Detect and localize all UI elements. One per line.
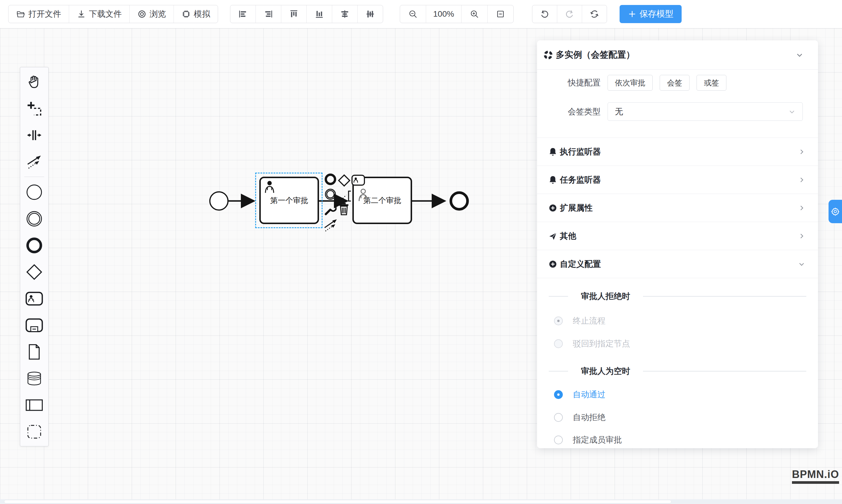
group-icon — [27, 424, 42, 440]
quick-config-sequential-button[interactable]: 依次审批 — [608, 75, 653, 91]
chevron-right-icon — [798, 148, 805, 155]
panel-title: 多实例（会签配置） — [556, 49, 793, 61]
top-toolbar: 打开文件 下载文件 浏览 模拟 — [0, 0, 842, 29]
global-connect-tool[interactable] — [20, 148, 48, 175]
radio-auto-pass[interactable]: 自动通过 — [554, 389, 606, 400]
section-other[interactable]: 其他 — [537, 222, 818, 250]
gateway-icon — [26, 264, 43, 281]
create-group[interactable] — [20, 418, 48, 445]
radio-icon — [554, 339, 563, 348]
align-center-horizontal-button[interactable] — [332, 5, 358, 23]
radio-icon — [554, 435, 563, 444]
wrench-icon[interactable] — [324, 203, 337, 216]
start-event-node[interactable] — [209, 191, 229, 211]
create-participant[interactable] — [20, 392, 48, 418]
refresh-button[interactable] — [582, 5, 607, 23]
chevron-down-icon — [798, 260, 805, 268]
panel-header[interactable]: 多实例（会签配置） — [537, 40, 818, 70]
distribute-vertical-icon — [365, 9, 375, 19]
section-task-listener[interactable]: 任务监听器 — [537, 166, 818, 194]
simulate-button[interactable]: 模拟 — [174, 5, 218, 23]
bell-icon — [549, 176, 557, 184]
align-right-icon — [263, 9, 273, 19]
create-data-object[interactable] — [20, 339, 48, 365]
create-intermediate-event[interactable] — [20, 205, 48, 232]
folder-open-icon — [16, 10, 25, 19]
distribute-vertical-button[interactable] — [358, 5, 383, 23]
save-model-button[interactable]: 保存模型 — [619, 5, 682, 23]
settings-tab[interactable] — [828, 200, 842, 223]
plus-circle-icon — [549, 204, 557, 212]
hand-tool[interactable] — [20, 69, 48, 95]
zoom-in-button[interactable] — [461, 5, 488, 23]
sign-type-select[interactable]: 无 — [608, 102, 803, 121]
space-tool[interactable] — [20, 122, 48, 148]
lasso-tool[interactable] — [20, 95, 48, 122]
radio-return-to-node[interactable]: 驳回到指定节点 — [554, 338, 630, 349]
chevron-right-icon — [798, 233, 805, 239]
append-text-annotation-icon[interactable] — [337, 189, 352, 204]
user-task-icon — [25, 291, 43, 306]
hand-icon — [27, 74, 42, 90]
trash-icon[interactable] — [338, 202, 350, 217]
section-custom-config[interactable]: 自定义配置 — [537, 250, 818, 278]
undo-button[interactable] — [532, 5, 557, 23]
chevron-right-icon — [798, 176, 805, 183]
align-right-button[interactable] — [256, 5, 281, 23]
lasso-icon — [27, 101, 42, 116]
create-user-task[interactable] — [20, 285, 48, 312]
element-palette — [20, 67, 49, 446]
zoom-in-icon — [470, 10, 479, 19]
create-end-event[interactable] — [20, 232, 48, 258]
download-icon — [77, 10, 86, 19]
scrollbar-thumb[interactable] — [4, 500, 671, 503]
plus-circle-icon — [549, 260, 557, 268]
radio-terminate-process[interactable]: 终止流程 — [554, 315, 606, 326]
create-subprocess[interactable] — [20, 312, 48, 339]
append-intermediate-event-icon[interactable] — [324, 188, 337, 201]
section-extended-properties[interactable]: 扩展属性 — [537, 194, 818, 222]
user-icon — [357, 188, 369, 203]
quick-config-orsign-button[interactable]: 或签 — [697, 75, 726, 91]
align-bottom-button[interactable] — [307, 5, 332, 23]
horizontal-scrollbar[interactable] — [0, 499, 842, 504]
properties-panel: 多实例（会签配置） 快捷配置 依次审批 会签 或签 会签类型 无 — [537, 40, 818, 448]
space-tool-icon — [27, 127, 42, 143]
connect-arrows-icon — [26, 154, 42, 170]
align-top-button[interactable] — [281, 5, 307, 23]
quick-config-countersign-button[interactable]: 会签 — [660, 75, 689, 91]
fit-viewport-button[interactable] — [488, 5, 513, 23]
align-left-button[interactable] — [230, 5, 256, 23]
chevron-down-icon — [788, 108, 795, 115]
radio-icon — [554, 390, 563, 399]
refresh-icon — [590, 10, 599, 19]
end-event-node[interactable] — [450, 191, 469, 211]
radio-assign-member[interactable]: 指定成员审批 — [554, 434, 622, 446]
chevron-down-icon[interactable] — [796, 51, 803, 59]
preview-button[interactable]: 浏览 — [130, 5, 174, 23]
sign-type-row: 会签类型 无 — [549, 102, 803, 121]
redo-icon — [565, 10, 574, 19]
align-bottom-icon — [314, 9, 324, 19]
empty-group-title: 审批人为空时 — [549, 366, 806, 377]
selection-outline — [255, 173, 322, 228]
append-user-task-icon[interactable] — [351, 174, 365, 187]
radio-icon — [554, 413, 563, 422]
end-event-icon — [26, 237, 42, 254]
simulate-icon — [181, 10, 191, 19]
redo-button[interactable] — [557, 5, 582, 23]
zoom-out-icon — [408, 10, 418, 19]
bpmn-editor: 第一个审批 第二个审批 — [0, 0, 842, 504]
append-end-event-icon[interactable] — [324, 173, 337, 187]
append-gateway-icon[interactable] — [337, 174, 351, 188]
create-gateway[interactable] — [20, 258, 48, 285]
zoom-level[interactable]: 100% — [426, 5, 461, 23]
open-file-button[interactable]: 打开文件 — [8, 5, 69, 23]
create-data-store[interactable] — [20, 365, 48, 392]
zoom-out-button[interactable] — [400, 5, 426, 23]
connect-tool-icon[interactable] — [323, 217, 338, 233]
download-file-button[interactable]: 下载文件 — [69, 5, 130, 23]
create-start-event[interactable] — [20, 179, 48, 205]
radio-auto-reject[interactable]: 自动拒绝 — [554, 412, 606, 423]
section-execution-listener[interactable]: 执行监听器 — [537, 138, 818, 166]
